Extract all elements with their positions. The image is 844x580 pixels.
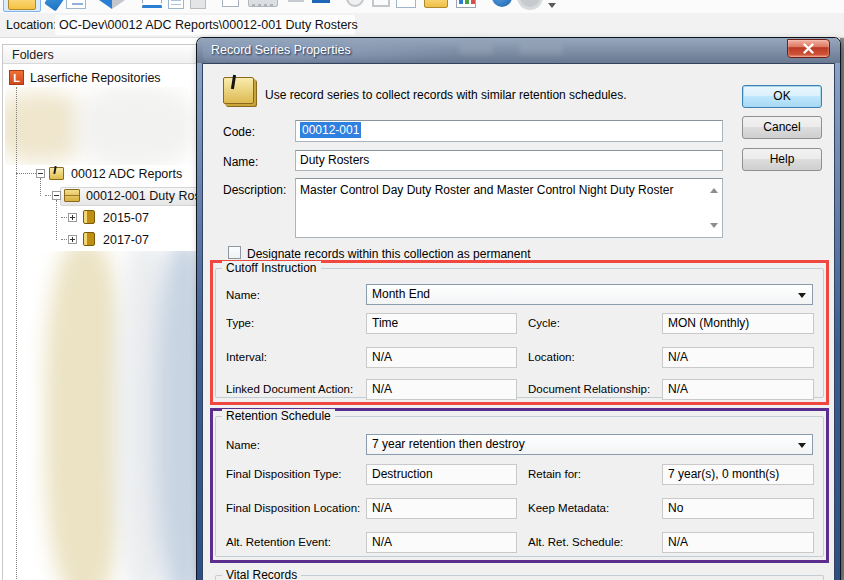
dialog-title: Record Series Properties <box>211 43 351 57</box>
box-icon[interactable] <box>222 0 239 7</box>
tree-item-label: 2015-07 <box>103 211 149 225</box>
permanent-checkbox[interactable] <box>228 246 241 259</box>
code-input[interactable]: 00012-001 <box>295 120 723 142</box>
final-disposition-location-field: N/A <box>366 498 517 519</box>
globe-icon[interactable] <box>492 0 512 7</box>
window-edge <box>840 38 844 580</box>
cutoff-interval-label: Interval: <box>226 351 267 363</box>
chevron-down-icon <box>798 443 806 452</box>
vital-records-group-title: Vital Records <box>222 568 301 580</box>
record-series-properties-dialog: Record Series Properties Use record seri… <box>197 38 840 580</box>
cutoff-doc-relationship-field: N/A <box>662 379 814 400</box>
folder-icon[interactable] <box>424 0 448 8</box>
cutoff-interval-field: N/A <box>366 347 517 368</box>
cutoff-name-combobox[interactable]: Month End <box>366 284 813 305</box>
name-input[interactable]: Duty Rosters <box>295 150 723 171</box>
copy-document-icon[interactable] <box>190 0 206 9</box>
redacted-titlebar-artifact <box>459 43 493 55</box>
close-button[interactable] <box>787 39 830 58</box>
vital-records-group: Vital Records <box>215 575 824 580</box>
keep-metadata-label: Keep Metadata: <box>528 502 609 514</box>
select-area-icon[interactable] <box>142 0 162 8</box>
retention-name-label: Name: <box>226 439 260 451</box>
highlight-icon[interactable] <box>312 0 330 3</box>
edit-icon[interactable] <box>44 0 66 11</box>
cutoff-linked-action-field: N/A <box>366 379 517 400</box>
location-field[interactable]: OC-Dev\00012 ADC Reports\00012-001 Duty … <box>55 15 355 35</box>
cutoff-cycle-field: MON (Monthly) <box>662 313 814 334</box>
description-textarea[interactable]: Master Control Day Duty Roster and Maste… <box>295 178 723 238</box>
final-disposition-type-field: Destruction <box>366 464 517 485</box>
dialog-border <box>835 63 840 580</box>
expand-expander-icon[interactable] <box>68 235 77 244</box>
alt-retention-event-field: N/A <box>366 532 517 553</box>
back-icon[interactable] <box>90 0 112 9</box>
ok-button[interactable]: OK <box>742 85 822 108</box>
laserfiche-repository-icon: L <box>9 70 24 85</box>
help-button[interactable]: Help <box>742 148 822 171</box>
cutoff-instruction-group: Cutoff Instruction Name: Month End Type:… <box>215 268 824 398</box>
keyboard-icon[interactable] <box>248 0 278 7</box>
cancel-button[interactable]: Cancel <box>742 116 822 139</box>
final-disposition-type-label: Final Disposition Type: <box>226 468 341 480</box>
cutoff-cycle-label: Cycle: <box>528 317 560 329</box>
dialog-intro-text: Use record series to collect records wit… <box>265 88 626 102</box>
document-icon[interactable] <box>168 0 184 9</box>
folders-header-label: Folders <box>12 48 54 62</box>
retention-schedule-group: Retention Schedule Name: 7 year retentio… <box>215 416 824 557</box>
cutoff-type-label: Type: <box>226 317 254 329</box>
retain-for-field: 7 year(s), 0 month(s) <box>662 464 814 485</box>
tree-guide-line <box>40 178 41 196</box>
close-icon <box>803 43 814 54</box>
new-folder-icon[interactable] <box>8 0 36 10</box>
retention-group-title: Retention Schedule <box>222 409 335 423</box>
keep-metadata-field: No <box>662 498 814 519</box>
code-selected-text: 00012-001 <box>300 122 361 138</box>
alt-retention-event-label: Alt. Retention Event: <box>226 536 331 548</box>
code-label: Code: <box>223 125 255 139</box>
tree-item-label: 00012-001 Duty Roste <box>86 189 211 203</box>
tree-item-label: 2017-07 <box>103 233 149 247</box>
redacted-content-top <box>5 87 197 165</box>
retain-for-label: Retain for: <box>528 468 581 480</box>
text-box-icon[interactable] <box>396 0 416 8</box>
redacted-content-bottom <box>5 251 197 580</box>
retention-name-value: 7 year retention then destroy <box>372 437 525 451</box>
month-folder-icon <box>83 210 95 224</box>
collapse-expander-icon[interactable] <box>36 169 45 178</box>
permanent-checkbox-label: Designate records within this collection… <box>247 247 530 261</box>
alt-ret-schedule-label: Alt. Ret. Schedule: <box>528 536 623 548</box>
list-view-icon[interactable] <box>66 0 86 9</box>
description-text: Master Control Day Duty Roster and Maste… <box>300 183 673 197</box>
cutoff-linked-action-label: Linked Document Action: <box>226 383 353 395</box>
name-label: Name: <box>223 155 258 169</box>
gear-icon[interactable] <box>520 0 540 7</box>
overflow-chevron-icon[interactable] <box>548 3 556 12</box>
final-disposition-location-label: Final Disposition Location: <box>226 502 360 514</box>
grid-icon[interactable] <box>456 0 476 8</box>
cutoff-group-title: Cutoff Instruction <box>222 261 321 275</box>
tree-guide-line <box>16 173 36 174</box>
scroll-down-icon[interactable] <box>710 223 718 232</box>
cutoff-doc-relationship-label: Document Relationship: <box>528 383 650 395</box>
record-series-icon <box>223 77 254 104</box>
collapse-expander-icon[interactable] <box>52 191 61 200</box>
tree-guide-line <box>56 200 57 240</box>
target-icon[interactable] <box>346 0 364 7</box>
expand-expander-icon[interactable] <box>68 213 77 222</box>
tree-item-label: 00012 ADC Reports <box>71 167 182 181</box>
main-toolbar <box>0 0 844 13</box>
chevron-down-icon <box>798 293 806 302</box>
cutoff-name-label: Name: <box>226 289 260 301</box>
month-folder-icon <box>83 232 95 246</box>
scroll-up-icon[interactable] <box>710 184 718 193</box>
tree-guide-line <box>16 87 17 579</box>
cutoff-location-field: N/A <box>662 347 814 368</box>
retention-name-combobox[interactable]: 7 year retention then destroy <box>366 434 813 455</box>
crop-icon[interactable] <box>372 0 390 7</box>
cutoff-location-label: Location: <box>528 351 575 363</box>
minimize-icon[interactable] <box>288 0 304 2</box>
forward-icon[interactable] <box>112 0 134 9</box>
redacted-titlebar-artifact <box>519 43 563 55</box>
tree-item-label: Laserfiche Repositories <box>30 71 161 85</box>
